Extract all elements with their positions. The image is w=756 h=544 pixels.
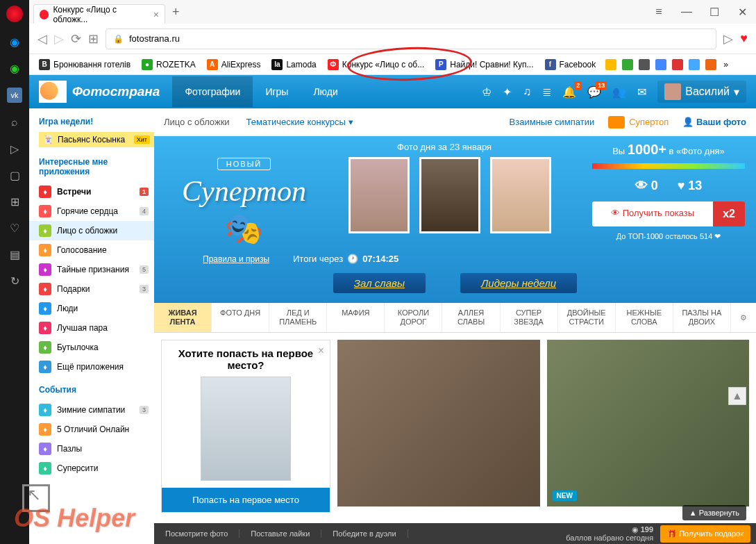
bb-view[interactable]: Посмотрите фото	[154, 529, 240, 538]
browser-tab[interactable]: Конкурс «Лицо с обложк... ×	[33, 4, 165, 24]
nav-Игры[interactable]: Игры	[253, 76, 301, 107]
extension-icon[interactable]: ▷	[723, 31, 733, 47]
bookmark-icon[interactable]	[655, 59, 666, 70]
sidebar-item[interactable]: ♦Тайные признания5	[39, 260, 154, 279]
sidebar-item[interactable]: ♦Суперсити	[39, 459, 154, 478]
site-logo[interactable]: Фотострана	[39, 81, 160, 103]
sidebar-item[interactable]: ♦Голосование	[39, 240, 154, 260]
menu-icon[interactable]: ≡	[645, 0, 673, 24]
sidebar-item[interactable]: ♦Люди	[39, 299, 154, 318]
chat-icon[interactable]: 💬13	[587, 85, 601, 99]
promo-button[interactable]: Попасть на первое место	[162, 488, 330, 512]
content-tab[interactable]: МАФИЯ	[327, 303, 385, 332]
minimize-button[interactable]: —	[673, 0, 700, 24]
content-tab[interactable]: АЛЛЕЯ СЛАВЫ	[442, 303, 500, 332]
bookmark-icon[interactable]	[622, 59, 633, 70]
bb-duel[interactable]: Победите в дуэли	[321, 529, 408, 538]
forward-button[interactable]: ▷	[54, 31, 64, 47]
feed-photo-1[interactable]	[337, 340, 540, 506]
list-icon[interactable]: ≣	[542, 85, 551, 99]
subnav-mutual[interactable]: Взаимные симпатии	[510, 117, 595, 127]
sidebar-item[interactable]: ♦Встречи1	[39, 182, 154, 201]
user-menu[interactable]: Василий ▾	[657, 81, 746, 103]
friends-icon[interactable]: 👥	[612, 85, 626, 99]
search-icon[interactable]: ⌕	[8, 115, 22, 129]
subnav-themes[interactable]: Тематические конкурсы ▾	[246, 117, 353, 127]
history-icon[interactable]: ↻	[8, 274, 22, 288]
reload-button[interactable]: ⟳	[71, 31, 81, 47]
whatsapp-icon[interactable]: ◉	[8, 61, 22, 75]
content-tab[interactable]: НЕЖНЫЕ СЛОВА	[616, 303, 673, 332]
ribbon-hall[interactable]: Зал славы	[333, 273, 426, 293]
mail-icon[interactable]: ✉	[637, 85, 646, 99]
content-tab[interactable]: ПАЗЛЫ НА ДВОИХ	[673, 303, 731, 332]
content-tab[interactable]: ФОТО ДНЯ	[212, 303, 269, 332]
subnav-yourphotos[interactable]: 👤 Ваши фото	[682, 117, 746, 127]
speed-dial-icon[interactable]: ⊞	[88, 31, 99, 47]
news-icon[interactable]: ▤	[8, 247, 22, 261]
close-button[interactable]: ✕	[728, 0, 756, 24]
hero-photo-1[interactable]	[348, 157, 410, 233]
bookmark-item[interactable]: PНайди! Сравни! Куп...	[431, 57, 537, 72]
sidebar-item[interactable]: ♦Лицо с обложки	[29, 221, 154, 240]
bb-like[interactable]: Поставьте лайки	[240, 529, 321, 538]
rules-link[interactable]: Правила и призы	[203, 254, 269, 264]
new-tab-button[interactable]: +	[172, 5, 180, 19]
bookmark-icon[interactable]	[672, 59, 683, 70]
ribbon-leaders[interactable]: Лидеры недели	[460, 273, 577, 293]
feed-photo-2[interactable]: NEW	[547, 340, 750, 506]
maximize-button[interactable]: ☐	[700, 0, 728, 24]
subnav-cover[interactable]: Лицо с обложки	[164, 117, 230, 127]
sidebar-item[interactable]: ♦Лучшая пара	[39, 318, 154, 338]
bookmark-item[interactable]: laLamoda	[267, 57, 320, 72]
gear-icon[interactable]: ⚙	[731, 303, 756, 332]
bookmarks-overflow[interactable]: »	[723, 60, 728, 69]
content-tab[interactable]: ДВОЙНЫЕ СТРАСТИ	[558, 303, 616, 332]
url-input[interactable]: 🔒 fotostrana.ru	[106, 28, 716, 49]
content-tab[interactable]: СУПЕР ЗВЕЗДА	[501, 303, 558, 332]
heart-icon[interactable]: ♡	[8, 221, 22, 235]
bookmark-item[interactable]: BБронювання готелів	[35, 57, 135, 72]
nav-Люди[interactable]: Люди	[301, 76, 350, 107]
content-tab[interactable]: КОРОЛИ ДОРОГ	[385, 303, 442, 332]
game-of-week[interactable]: 🃏 Пасьянс Косынка Хит	[39, 132, 154, 147]
bookmark-heart-icon[interactable]: ♥	[740, 31, 748, 46]
apps-icon[interactable]: ⊞	[8, 195, 22, 208]
sidebar-item[interactable]: ♦Ещё приложения	[39, 357, 154, 377]
shield-icon[interactable]: ♔	[482, 85, 492, 99]
gift-button[interactable]: 🎁 Получить подарок	[660, 525, 750, 543]
bookmark-item[interactable]: AAliExpress	[203, 57, 265, 72]
nav-Фотографии[interactable]: Фотографии	[172, 76, 253, 107]
sidebar-item[interactable]: ♦Горячие сердца4	[39, 201, 154, 221]
expand-button[interactable]: ▲ Развернуть	[682, 505, 746, 520]
sparkle-icon[interactable]: ✦	[503, 85, 512, 99]
sidebar-item[interactable]: ♦Бутылочка	[39, 338, 154, 357]
subnav-supertop[interactable]: Супертоп	[608, 116, 669, 129]
bookmark-icon[interactable]	[705, 59, 716, 70]
messenger-icon[interactable]: ◉	[8, 35, 22, 49]
bookmark-icon[interactable]	[639, 59, 650, 70]
bookmark-item[interactable]: ФКонкурс «Лицо с об...	[324, 57, 428, 72]
vk-icon[interactable]: vk	[7, 88, 22, 103]
music-icon[interactable]: ♫	[523, 85, 531, 98]
close-icon[interactable]: ×	[318, 345, 324, 357]
hero-photo-2[interactable]	[419, 157, 480, 233]
camera-icon[interactable]: ▢	[8, 168, 22, 182]
back-button[interactable]: ◁	[37, 31, 47, 47]
content-tab[interactable]: ЖИВАЯ ЛЕНТА	[154, 303, 212, 332]
send-icon[interactable]: ▷	[8, 142, 22, 156]
bookmark-item[interactable]: fFacebook	[541, 57, 600, 72]
sidebar-item[interactable]: ♦Подарки3	[39, 279, 154, 299]
bookmark-icon[interactable]	[605, 59, 616, 70]
scroll-top-button[interactable]: ▲	[728, 387, 746, 405]
opera-logo-icon[interactable]	[6, 6, 23, 22]
hero-photo-3[interactable]	[490, 157, 551, 233]
get-views-button[interactable]: 👁 Получить показы x2	[592, 201, 745, 226]
content-tab[interactable]: ЛЕД И ПЛАМЕНЬ	[269, 303, 327, 332]
sidebar-item[interactable]: ♦Пазлы	[39, 439, 154, 459]
tab-close-icon[interactable]: ×	[153, 9, 159, 20]
bell-icon[interactable]: 🔔2	[562, 85, 576, 99]
sidebar-item[interactable]: ♦5 Отличий Онлайн	[39, 420, 154, 439]
bookmark-item[interactable]: ●ROZETKA	[137, 57, 200, 72]
sidebar-item[interactable]: ♦Зимние симпатии3	[39, 400, 154, 420]
